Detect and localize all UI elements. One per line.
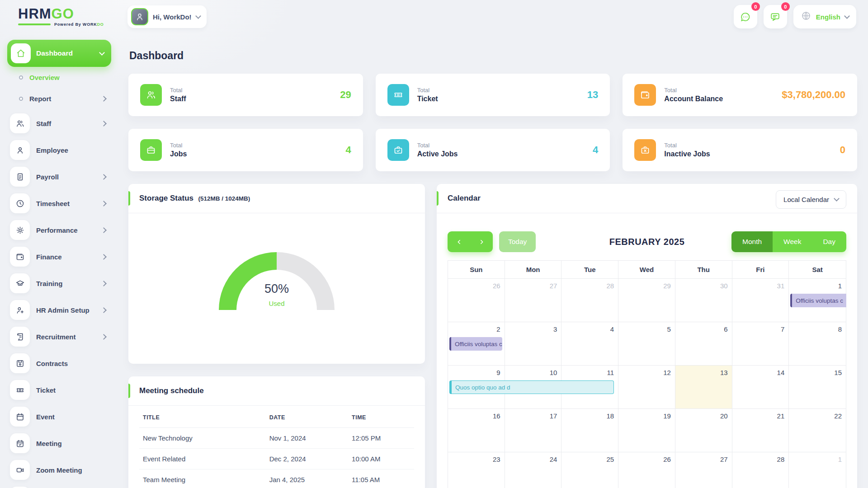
calendar-cell-1[interactable]: 1Officiis voluptas c bbox=[789, 279, 846, 322]
sidebar-item-event[interactable]: Event bbox=[7, 404, 111, 429]
calendar-cell-15[interactable]: 15 bbox=[789, 366, 846, 409]
calendar-cell-18[interactable]: 18 bbox=[561, 409, 618, 452]
messages-button[interactable]: 0 bbox=[734, 5, 757, 28]
users-icon bbox=[146, 89, 156, 100]
meeting-row[interactable]: Team MeetingJan 4, 202511:05 AM bbox=[139, 469, 414, 488]
sidebar-item-recruitment[interactable]: Recruitment bbox=[7, 324, 111, 349]
main-content: Dashboard TotalStaff29TotalTicket13Total… bbox=[118, 50, 868, 488]
user-menu[interactable]: Hi, WorkDo! bbox=[127, 5, 207, 28]
sidebar-item-training[interactable]: Training bbox=[7, 271, 111, 296]
calendar-event[interactable]: Officiis voluptas c bbox=[449, 337, 502, 351]
calendar-view-day[interactable]: Day bbox=[812, 231, 846, 252]
calendar-day-number: 24 bbox=[550, 455, 557, 463]
stat-meta: TotalActive Jobs bbox=[417, 142, 458, 158]
calendar-cell-26[interactable]: 26 bbox=[618, 452, 675, 488]
calendar-day-number: 21 bbox=[777, 412, 785, 420]
calendar-cell-3[interactable]: 3 bbox=[505, 322, 562, 366]
meeting-row[interactable]: New TechnologyNov 1, 202412:05 PM bbox=[139, 428, 414, 449]
calendar-cell-31[interactable]: 31 bbox=[732, 279, 789, 322]
sidebar-item-assets[interactable]: Assets bbox=[7, 484, 111, 488]
stat-label: Account Balance bbox=[664, 95, 723, 103]
brand-logo: HRMGO Powered By WORKDO bbox=[18, 7, 119, 27]
calendar-day-header: Sun bbox=[448, 261, 505, 279]
calendar-cell-17[interactable]: 17 bbox=[505, 409, 562, 452]
calendar-source-select[interactable]: Local Calendar bbox=[776, 190, 846, 209]
sidebar-item-label: Meeting bbox=[36, 440, 62, 447]
stat-card-inactive-jobs[interactable]: TotalInactive Jobs0 bbox=[623, 129, 857, 171]
calendar-day-number: 12 bbox=[663, 369, 671, 376]
calendar-next-button[interactable] bbox=[470, 231, 493, 252]
hrmgo-app: HRMGO Powered By WORKDO Hi, WorkDo! 0 0 bbox=[0, 0, 868, 488]
sidebar-item-label: Training bbox=[36, 280, 62, 287]
calendar-cell-23[interactable]: 23 bbox=[448, 452, 505, 488]
meeting-row[interactable]: Event RelatedDec 2, 202410:00 AM bbox=[139, 449, 414, 469]
calendar-cell-27[interactable]: 27 bbox=[505, 279, 562, 322]
calendar-cell-29[interactable]: 29 bbox=[618, 279, 675, 322]
chevron-down-icon bbox=[834, 196, 840, 202]
user-plus-icon bbox=[15, 305, 25, 315]
sidebar-item-ticket[interactable]: Ticket bbox=[7, 377, 111, 403]
calendar-cell-20[interactable]: 20 bbox=[675, 409, 732, 452]
calendar-view-month[interactable]: Month bbox=[731, 231, 773, 252]
sidebar-item-overview[interactable]: Overview bbox=[7, 67, 111, 88]
calendar-cell-22[interactable]: 22 bbox=[789, 409, 846, 452]
language-selector[interactable]: English bbox=[793, 5, 856, 28]
notifications-button[interactable]: 0 bbox=[764, 5, 787, 28]
sidebar-item-staff[interactable]: Staff bbox=[7, 111, 111, 136]
calendar-cell-30[interactable]: 30 bbox=[675, 279, 732, 322]
chevron-right-icon bbox=[101, 121, 107, 127]
sidebar-item-report[interactable]: Report bbox=[7, 88, 111, 109]
sidebar-item-payroll[interactable]: Payroll bbox=[7, 164, 111, 189]
calendar-cell-26[interactable]: 26 bbox=[448, 279, 505, 322]
stat-card-jobs[interactable]: TotalJobs4 bbox=[128, 129, 363, 171]
meeting-col-header: DATE bbox=[266, 408, 348, 428]
sidebar-item-employee[interactable]: Employee bbox=[7, 137, 111, 163]
calendar-check-icon bbox=[15, 439, 25, 448]
calendar-cell-27[interactable]: 27 bbox=[675, 452, 732, 488]
sidebar-item-contracts[interactable]: Contracts bbox=[7, 351, 111, 376]
stat-card-ticket[interactable]: TotalTicket13 bbox=[376, 74, 610, 116]
calendar-view-week[interactable]: Week bbox=[773, 231, 812, 252]
calendar-day-header: Tue bbox=[561, 261, 618, 279]
calendar-cell-6[interactable]: 6 bbox=[675, 322, 732, 366]
sidebar-item-finance[interactable]: Finance bbox=[7, 244, 111, 269]
sidebar-item-label: Staff bbox=[36, 120, 51, 127]
calendar-cell-12[interactable]: 12 bbox=[618, 366, 675, 409]
sidebar-item-hr-admin-setup[interactable]: HR Admin Setup bbox=[7, 297, 111, 323]
chevron-right-icon bbox=[101, 96, 107, 102]
content-row: Storage Status (512MB / 1024MB) 50% Used bbox=[128, 184, 857, 488]
stat-value: 0 bbox=[840, 144, 845, 156]
calendar-cell-24[interactable]: 24 bbox=[505, 452, 562, 488]
calendar-cell-21[interactable]: 21 bbox=[732, 409, 789, 452]
sidebar-item-meeting[interactable]: Meeting bbox=[7, 431, 111, 456]
calendar-week-row: 16171819202122 bbox=[448, 409, 846, 452]
calendar-cell-14[interactable]: 14 bbox=[732, 366, 789, 409]
calendar-cell-7[interactable]: 7 bbox=[732, 322, 789, 366]
calendar-today-button[interactable]: Today bbox=[499, 231, 536, 252]
calendar-cell-8[interactable]: 8 bbox=[789, 322, 846, 366]
sidebar-item-zoom-meeting[interactable]: Zoom Meeting bbox=[7, 457, 111, 483]
calendar-cell-19[interactable]: 19 bbox=[618, 409, 675, 452]
sidebar-item-timesheet[interactable]: Timesheet bbox=[7, 191, 111, 216]
sidebar-item-performance[interactable]: Performance bbox=[7, 217, 111, 243]
stat-card-active-jobs[interactable]: TotalActive Jobs4 bbox=[376, 129, 610, 171]
calendar-cell-1[interactable]: 1 bbox=[789, 452, 846, 488]
sidebar-item-dashboard[interactable]: Dashboard bbox=[7, 40, 111, 67]
calendar-cell-13[interactable]: 13 bbox=[675, 366, 732, 409]
calendar-cell-16[interactable]: 16 bbox=[448, 409, 505, 452]
stat-card-staff[interactable]: TotalStaff29 bbox=[128, 74, 363, 116]
calendar-cell-28[interactable]: 28 bbox=[561, 279, 618, 322]
calendar-cell-5[interactable]: 5 bbox=[618, 322, 675, 366]
calendar-cell-28[interactable]: 28 bbox=[732, 452, 789, 488]
stat-card-account-balance[interactable]: TotalAccount Balance$3,780,200.00 bbox=[623, 74, 857, 116]
calendar-cell-2[interactable]: 2Officiis voluptas c bbox=[448, 322, 505, 366]
sidebar-icon-tile bbox=[10, 300, 30, 320]
calendar-day-number: 18 bbox=[606, 412, 614, 420]
calendar-cell-4[interactable]: 4 bbox=[561, 322, 618, 366]
calendar-event[interactable]: Quos optio quo ad d bbox=[449, 380, 614, 394]
calendar-event[interactable]: Officiis voluptas c bbox=[790, 294, 846, 307]
calendar-prev-button[interactable] bbox=[448, 231, 470, 252]
calendar-icon bbox=[15, 412, 25, 422]
calendar-cell-25[interactable]: 25 bbox=[561, 452, 618, 488]
calendar-cell-9[interactable]: 9Quos optio quo ad d bbox=[448, 366, 505, 409]
